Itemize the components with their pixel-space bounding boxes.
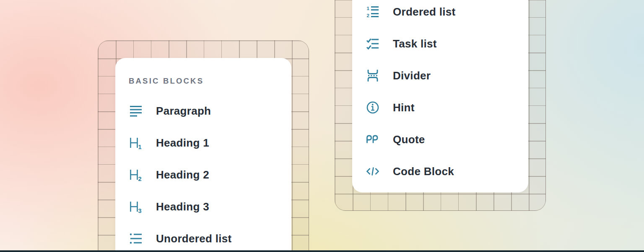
- menu-item-label: Heading 1: [156, 137, 209, 148]
- task-list-icon: [366, 37, 380, 51]
- menu-item-label: Ordered list: [393, 6, 456, 17]
- menu-list-secondary-blocks: 1 2Ordered list Task list Divider Hint Q…: [366, 0, 521, 187]
- hint-icon: [366, 100, 380, 115]
- menu-item-heading-3[interactable]: 3Heading 3: [129, 191, 284, 223]
- heading-2-icon: 2: [129, 168, 143, 182]
- menu-item-label: Paragraph: [156, 105, 211, 116]
- menu-item-divider[interactable]: Divider: [366, 60, 521, 92]
- menu-item-label: Code Block: [393, 166, 454, 177]
- svg-text:2: 2: [367, 13, 369, 18]
- menu-item-unordered-list[interactable]: Unordered list: [129, 223, 284, 252]
- menu-item-heading-2[interactable]: 2Heading 2: [129, 159, 284, 191]
- bottom-edge-strip: [0, 250, 644, 252]
- svg-text:2: 2: [138, 176, 142, 182]
- menu-item-label: Divider: [393, 70, 431, 81]
- menu-item-label: Quote: [393, 134, 425, 145]
- menu-item-label: Heading 3: [156, 201, 209, 212]
- menu-item-quote[interactable]: Quote: [366, 123, 521, 155]
- menu-section-title: BASIC BLOCKS: [129, 75, 284, 87]
- menu-item-paragraph[interactable]: Paragraph: [129, 95, 284, 127]
- menu-item-code-block[interactable]: Code Block: [366, 155, 521, 187]
- menu-item-label: Task list: [393, 38, 437, 49]
- secondary-blocks-menu: 1 2Ordered list Task list Divider Hint Q…: [352, 0, 528, 192]
- menu-item-label: Unordered list: [156, 233, 231, 244]
- block-picker-screen: { "colors": { "accent": "#2f7f9f", "labe…: [0, 0, 644, 252]
- heading-3-icon: 3: [129, 200, 143, 214]
- quote-icon: [366, 132, 380, 147]
- heading-1-icon: 1: [129, 136, 143, 150]
- svg-text:3: 3: [138, 207, 142, 214]
- basic-blocks-menu: BASIC BLOCKS Paragraph 1Heading 1 2Headi…: [115, 58, 291, 252]
- menu-item-heading-1[interactable]: 1Heading 1: [129, 127, 284, 159]
- svg-text:1: 1: [138, 144, 142, 150]
- menu-item-task-list[interactable]: Task list: [366, 28, 521, 60]
- menu-item-label: Heading 2: [156, 169, 209, 180]
- paragraph-icon: [129, 104, 143, 118]
- menu-item-ordered-list[interactable]: 1 2Ordered list: [366, 0, 521, 28]
- unordered-list-icon: [129, 231, 143, 246]
- code-block-icon: [366, 164, 380, 178]
- ordered-list-icon: 1 2: [366, 5, 380, 19]
- menu-item-label: Hint: [393, 102, 415, 113]
- divider-icon: [366, 68, 380, 83]
- menu-item-hint[interactable]: Hint: [366, 92, 521, 123]
- svg-text:1: 1: [367, 6, 370, 11]
- menu-list-basic-blocks: Paragraph 1Heading 1 2Heading 2 3Heading…: [129, 95, 284, 252]
